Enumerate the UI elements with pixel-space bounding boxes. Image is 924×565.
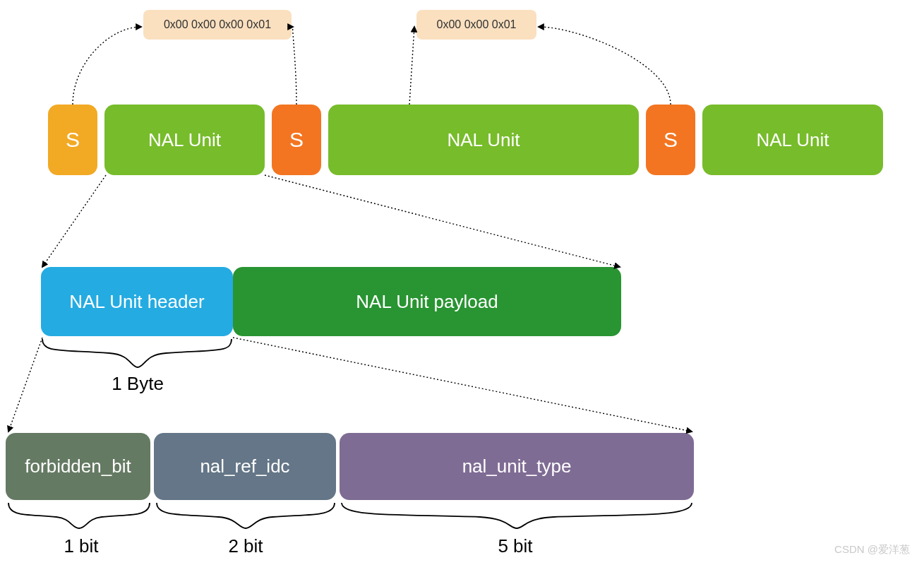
block-start-2: S — [272, 105, 321, 175]
block-nal-unit-type: nal_unit_type — [340, 433, 694, 500]
label-bits-2: 2 bit — [210, 535, 281, 557]
block-nal-header: NAL Unit header — [41, 267, 233, 336]
label-bits-3: 5 bit — [480, 535, 551, 557]
block-nal-payload: NAL Unit payload — [233, 267, 621, 336]
annotation-startcode-4byte: 0x00 0x00 0x00 0x01 — [143, 10, 292, 40]
block-nal-unit-2: NAL Unit — [328, 105, 639, 175]
block-nal-ref-idc: nal_ref_idc — [154, 433, 336, 500]
block-start-3: S — [646, 105, 695, 175]
label-bits-1: 1 bit — [53, 535, 109, 557]
block-nal-unit-1: NAL Unit — [104, 105, 265, 175]
block-nal-unit-3: NAL Unit — [702, 105, 883, 175]
watermark: CSDN @爱洋葱 — [834, 543, 910, 557]
annotation-startcode-3byte: 0x00 0x00 0x01 — [416, 10, 536, 40]
block-start-1: S — [48, 105, 97, 175]
block-forbidden-bit: forbidden_bit — [6, 433, 150, 500]
label-header-byte: 1 Byte — [92, 373, 184, 395]
